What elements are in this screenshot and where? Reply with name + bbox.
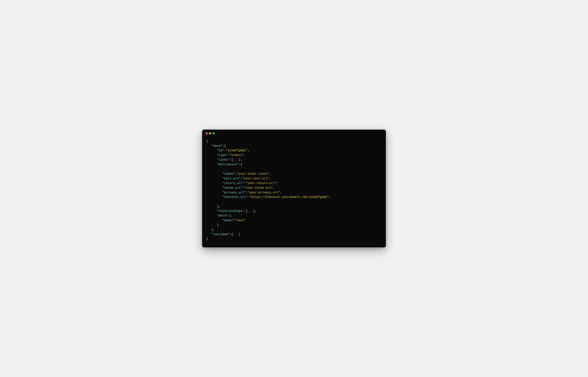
ellipsis: ... xyxy=(248,209,253,213)
colon: : xyxy=(222,144,224,148)
key-cart-url: "cart_url" xyxy=(222,177,240,180)
ellipsis: ... xyxy=(233,158,238,162)
val-privacy-url: "your-privacy-url" xyxy=(248,191,280,194)
val-id: "yzkWXfgHQS" xyxy=(226,149,248,152)
comma: , xyxy=(269,177,271,180)
key-checkout-url: "checkout_url" xyxy=(222,195,248,199)
val-token: "your-order-token" xyxy=(237,172,269,176)
ellipsis: ... xyxy=(233,233,238,236)
colon: : xyxy=(229,158,231,162)
comma: , xyxy=(280,191,282,194)
key-id: "id" xyxy=(217,149,224,152)
brace-close: } xyxy=(206,237,208,241)
key-type: "type" xyxy=(217,153,228,157)
key-data: "data" xyxy=(212,144,222,148)
comma: , xyxy=(269,172,271,176)
comma: , xyxy=(213,228,215,231)
brace-open: { xyxy=(231,158,233,162)
val-type: "orders" xyxy=(229,153,244,157)
terminal-window: { "data":{ "id":"yzkWXfgHQS", "type":"or… xyxy=(202,130,386,247)
bracket-open: [ xyxy=(231,233,233,236)
key-meta: "meta" xyxy=(217,214,228,217)
brace-close: } xyxy=(217,223,219,227)
colon: : xyxy=(229,233,231,236)
brace-open: { xyxy=(206,140,208,143)
comma: , xyxy=(329,195,331,199)
key-token: "token" xyxy=(222,172,235,176)
brace-open: { xyxy=(240,163,242,166)
colon: : xyxy=(244,209,246,213)
key-relationships: "relationships" xyxy=(217,209,244,213)
colon: : xyxy=(244,181,246,185)
val-mode: "test" xyxy=(235,219,246,222)
close-icon[interactable] xyxy=(205,132,208,134)
maximize-icon[interactable] xyxy=(213,132,215,134)
brace-open: { xyxy=(229,214,231,217)
brace-close: } xyxy=(238,158,240,162)
colon: : xyxy=(242,186,244,189)
key-attributes: "attributes" xyxy=(217,163,239,166)
key-terms-url: "terms_url" xyxy=(222,186,242,189)
key-privacy-url: "privacy_url" xyxy=(222,191,246,194)
comma: , xyxy=(219,205,221,208)
key-return-url: "return_url" xyxy=(222,181,244,185)
colon: : xyxy=(228,214,230,217)
brace-open: { xyxy=(224,144,226,148)
titlebar xyxy=(202,130,386,136)
key-links: "links" xyxy=(217,158,230,162)
colon: : xyxy=(246,191,248,194)
key-included: "included" xyxy=(212,233,229,236)
colon: : xyxy=(233,219,235,222)
val-cart-url: "your-cart-url" xyxy=(242,177,269,180)
code-content: { "data":{ "id":"yzkWXfgHQS", "type":"or… xyxy=(202,136,386,247)
bracket-close: ] xyxy=(238,233,240,236)
comma: , xyxy=(273,186,275,189)
val-terms-url: "your-terms-url" xyxy=(244,186,273,189)
colon: : xyxy=(240,177,242,180)
comma: , xyxy=(248,149,250,152)
brace-close: } xyxy=(212,228,213,231)
brace-close: } xyxy=(217,205,219,208)
brace-open: { xyxy=(246,209,248,213)
val-checkout-url: "https://checkout.yourdomain.com/yzkWXfg… xyxy=(250,195,329,199)
colon: : xyxy=(235,172,237,176)
comma: , xyxy=(255,209,257,213)
colon: : xyxy=(224,149,226,152)
colon: : xyxy=(248,195,250,199)
colon: : xyxy=(228,153,230,157)
ellipsis: ... xyxy=(222,167,228,171)
key-mode: "mode" xyxy=(222,219,233,222)
comma: , xyxy=(240,158,242,162)
comma: , xyxy=(276,181,278,185)
ellipsis: ... xyxy=(222,200,228,203)
colon: : xyxy=(238,163,240,166)
val-return-url: "your-return-url" xyxy=(246,181,277,185)
minimize-icon[interactable] xyxy=(209,132,211,134)
brace-close: } xyxy=(253,209,255,213)
comma: , xyxy=(244,153,246,157)
